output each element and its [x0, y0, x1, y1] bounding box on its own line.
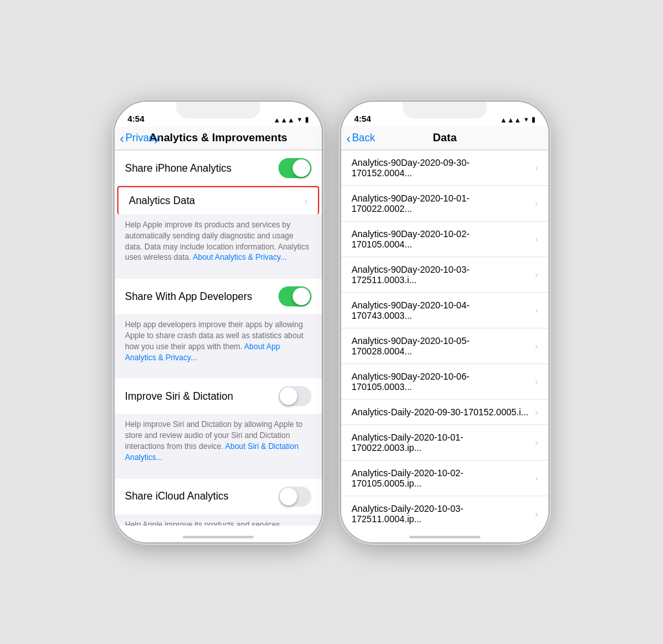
list-item[interactable]: Analytics-90Day-2020-09-30-170152.0004..… [341, 150, 548, 186]
list-item-text: Analytics-Daily-2020-09-30-170152.0005.i… [352, 407, 530, 417]
list-item-text: Analytics-90Day-2020-10-02-170105.0004..… [352, 229, 530, 249]
row-share-iphone[interactable]: Share iPhone Analytics [115, 150, 322, 186]
status-bar-right: 4:54 ▲▲▲ ▾ ▮ [341, 102, 548, 126]
section-share-iphone: Share iPhone Analytics [115, 150, 322, 186]
status-icons-left: ▲▲▲ ▾ ▮ [273, 115, 309, 124]
list-item-text: Analytics-90Day-2020-09-30-170152.0004..… [352, 157, 530, 178]
chevron-list-item: › [535, 198, 538, 209]
bottom-bar-right [341, 525, 548, 542]
chevron-analytics-data: › [304, 196, 308, 206]
battery-icon: ▮ [305, 115, 309, 124]
section-siri: Improve Siri & Dictation [115, 378, 322, 414]
back-label-right: Back [352, 132, 376, 144]
home-indicator-right [409, 536, 480, 538]
row-share-icloud[interactable]: Share iCloud Analytics [115, 479, 322, 514]
list-item-text: Analytics-Daily-2020-10-02-170105.0005.i… [352, 468, 530, 489]
content-left: Share iPhone Analytics Analytics Data › … [115, 150, 322, 525]
back-chevron-right: ‹ [346, 132, 351, 144]
list-item-text: Analytics-90Day-2020-10-03-172511.0003.i… [352, 264, 530, 285]
list-item[interactable]: Analytics-90Day-2020-10-01-170022.0002..… [341, 186, 548, 222]
list-item[interactable]: Analytics-Daily-2020-10-03-172511.0004.i… [341, 496, 548, 525]
desc-devs: Help app developers improve their apps b… [115, 314, 322, 371]
data-list: Analytics-90Day-2020-09-30-170152.0004..… [341, 150, 548, 525]
desc-siri: Help improve Siri and Dictation by allow… [115, 414, 322, 470]
chevron-list-item: › [535, 407, 538, 417]
list-item[interactable]: Analytics-90Day-2020-10-02-170105.0004..… [341, 222, 548, 257]
list-item-text: Analytics-90Day-2020-10-05-170028.0004..… [352, 336, 530, 356]
chevron-list-item: › [535, 305, 538, 316]
label-improve-siri: Improve Siri & Dictation [125, 391, 278, 402]
row-improve-siri[interactable]: Improve Siri & Dictation [115, 378, 322, 414]
desc-icloud: Help Apple improve its products and serv… [115, 514, 322, 525]
chevron-list-item: › [535, 509, 538, 519]
link-analytics-privacy[interactable]: About Analytics & Privacy... [193, 253, 287, 262]
back-label-left: Privacy [126, 132, 159, 144]
toggle-knob-siri [280, 387, 297, 405]
list-item[interactable]: Analytics-90Day-2020-10-06-170105.0003..… [341, 364, 548, 400]
chevron-list-item: › [535, 234, 538, 244]
nav-bar-left: ‹ Privacy Analytics & Improvements [115, 126, 322, 150]
status-icons-right: ▲▲▲ ▾ ▮ [500, 115, 535, 124]
phone-left: 4:54 ▲▲▲ ▾ ▮ ‹ Privacy Analytics & Impro… [115, 102, 322, 542]
bottom-bar-left [115, 525, 322, 542]
section-icloud: Share iCloud Analytics [115, 479, 322, 514]
list-item-text: Analytics-Daily-2020-10-03-172511.0004.i… [352, 503, 530, 524]
back-chevron-left: ‹ [120, 132, 124, 144]
wifi-icon-right: ▾ [524, 115, 528, 124]
screen-left: ‹ Privacy Analytics & Improvements Share… [115, 126, 322, 542]
list-item[interactable]: Analytics-90Day-2020-10-05-170028.0004..… [341, 328, 548, 364]
label-share-devs: Share With App Developers [125, 291, 278, 303]
toggle-share-devs[interactable] [278, 286, 311, 306]
list-item-text: Analytics-90Day-2020-10-01-170022.0002..… [352, 193, 530, 214]
list-item-text: Analytics-90Day-2020-10-04-170743.0003..… [352, 300, 530, 321]
list-item[interactable]: Analytics-Daily-2020-09-30-170152.0005.i… [341, 400, 548, 425]
signal-icon-right: ▲▲▲ [500, 116, 521, 124]
nav-title-left: Analytics & Improvements [149, 132, 287, 144]
toggle-share-iphone[interactable] [278, 158, 311, 178]
back-button-left[interactable]: ‹ Privacy [120, 132, 159, 144]
toggle-knob-share-iphone [293, 159, 310, 177]
toggle-share-icloud[interactable] [278, 487, 311, 507]
list-item[interactable]: Analytics-Daily-2020-10-02-170105.0005.i… [341, 461, 548, 496]
battery-icon-right: ▮ [532, 115, 535, 124]
chevron-list-item: › [535, 341, 538, 351]
chevron-list-item: › [535, 163, 538, 173]
label-share-icloud: Share iCloud Analytics [125, 490, 278, 502]
time-right: 4:54 [354, 114, 371, 124]
phone-right: 4:54 ▲▲▲ ▾ ▮ ‹ Back Data Analytics-90Day… [341, 102, 548, 542]
status-bar-left: 4:54 ▲▲▲ ▾ ▮ [115, 102, 322, 126]
row-share-devs[interactable]: Share With App Developers [115, 279, 322, 314]
chevron-list-item: › [535, 473, 538, 483]
row-analytics-data[interactable]: Analytics Data › [117, 186, 319, 214]
section-analytics-data: Analytics Data › [115, 186, 322, 214]
back-button-right[interactable]: ‹ Back [346, 132, 375, 144]
signal-icon: ▲▲▲ [273, 116, 295, 124]
toggle-knob-icloud [280, 488, 297, 505]
desc-analytics: Help Apple improve its products and serv… [115, 214, 322, 271]
chevron-list-item: › [535, 437, 538, 448]
label-analytics-data: Analytics Data [129, 195, 299, 207]
list-item[interactable]: Analytics-Daily-2020-10-01-170022.0003.i… [341, 425, 548, 461]
notch-right [403, 102, 487, 119]
label-share-iphone: Share iPhone Analytics [125, 163, 278, 174]
chevron-list-item: › [535, 270, 538, 280]
list-item-text: Analytics-90Day-2020-10-06-170105.0003..… [352, 371, 530, 392]
chevron-list-item: › [535, 376, 538, 387]
nav-title-right: Data [433, 132, 457, 144]
time-left: 4:54 [128, 114, 144, 124]
notch-left [176, 102, 260, 119]
home-indicator-left [183, 536, 254, 538]
list-item[interactable]: Analytics-90Day-2020-10-03-172511.0003.i… [341, 257, 548, 293]
list-item[interactable]: Analytics-90Day-2020-10-04-170743.0003..… [341, 293, 548, 328]
section-share-devs: Share With App Developers [115, 279, 322, 314]
screen-right: ‹ Back Data Analytics-90Day-2020-09-30-1… [341, 126, 548, 542]
toggle-improve-siri[interactable] [278, 386, 311, 406]
toggle-knob-devs [293, 288, 310, 305]
nav-bar-right: ‹ Back Data [341, 126, 548, 150]
list-item-text: Analytics-Daily-2020-10-01-170022.0003.i… [352, 432, 530, 453]
wifi-icon: ▾ [298, 115, 302, 124]
